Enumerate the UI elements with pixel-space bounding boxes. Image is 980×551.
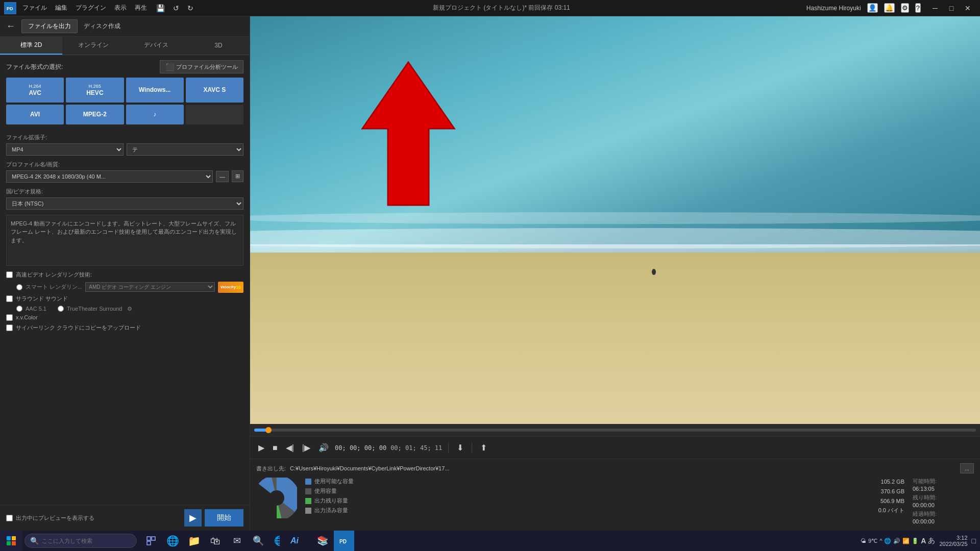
tab-3d[interactable]: 3D [187,37,250,55]
smart-render-row: スマート レンダリン... AMD ビデオ コーディング エンジン Veloci… [16,282,243,293]
menu-play[interactable]: 再生 [135,4,147,12]
scrubber-handle[interactable] [265,427,272,433]
menu-view[interactable]: 表示 [114,4,127,12]
screenshot-button[interactable]: ⬇ [455,441,465,455]
language-icon[interactable]: A [921,537,926,545]
surround-settings-icon[interactable]: ⚙ [127,306,132,312]
format-buttons-row1: H.264AVC H.265HEVC Windows... XAVC S [6,78,243,103]
books-icon[interactable]: 📚 [312,531,333,551]
expand-tray-icon[interactable]: ^ [879,538,882,544]
undo-button[interactable]: ↺ [170,3,182,13]
close-button[interactable]: ✕ [960,0,976,16]
smart-render-radio[interactable] [16,284,22,290]
volume-tray-icon[interactable]: 🔊 [893,538,900,544]
edge-browser-icon[interactable]: 🌐 [162,531,183,551]
ai-badge: Ai [280,531,309,551]
menu-plugin[interactable]: プラグイン [76,4,106,12]
start-button[interactable]: 開始 [205,509,243,527]
back-button[interactable]: ← [6,21,15,32]
start-menu-button[interactable] [0,531,22,551]
play-button[interactable]: ▶ [256,441,266,455]
tab-online[interactable]: オンライン [62,37,125,55]
profile-config-btn[interactable]: ⊞ [232,170,243,182]
profile-name-select[interactable]: MPEG-4 2K 2048 x 1080/30p (40 M... [6,170,213,183]
region-select[interactable]: 日本 (NTSC) アメリカ (NTSC) ヨーロッパ (PAL) [6,197,243,210]
wave-2 [250,212,980,224]
velocity-badge: Velocity10 [218,282,243,293]
ime-icon[interactable]: あ [928,536,935,545]
taskbar-search-box[interactable]: 🔍 [24,534,137,548]
profile-tool-button[interactable]: ⬛ プロファイル分析ツール [160,60,243,73]
right-panel: ▶ ■ ◀| |▶ 🔊 00; 00; 00; 00 00; 01; 45; 1… [250,16,980,531]
next-frame-button[interactable]: |▶ [300,441,312,455]
preview-checkbox[interactable] [6,515,13,521]
hw-accel-checkbox[interactable] [6,271,13,278]
profile-edit-btn[interactable]: — [216,171,229,182]
profile-secondary-select[interactable]: テ [127,143,244,156]
notifications-icon[interactable]: 🔔 [884,3,895,13]
network-icon[interactable]: 🌐 [884,538,891,544]
legend-exported: 出力済み容量 0.0 バイト [305,507,904,514]
export-icon-button[interactable]: ▶ [184,509,202,527]
help-icon[interactable]: ? [915,3,921,13]
svg-rect-6 [7,536,11,540]
maximize-button[interactable]: □ [943,0,960,16]
user-name: Hashizume Hiroyuki [806,5,861,12]
wifi-icon[interactable]: 📶 [902,538,910,544]
format-xavc-button[interactable]: XAVC S [186,78,243,103]
format-mpeg-button[interactable]: MPEG-2 [66,105,124,124]
amd-codec-select[interactable]: AMD ビデオ コーディング エンジン [85,282,215,292]
legend-used: 使用容量 370.6 GB [305,487,904,495]
remaining-time-value: 00:00:00 [913,502,974,508]
taskbar-clock[interactable]: 3:12 2022/03/25 [939,535,967,547]
volume-button[interactable]: 🔊 [316,441,331,455]
task-view-button[interactable] [141,531,161,551]
store-icon[interactable]: 🛍 [205,531,226,551]
user-icon[interactable]: 👤 [867,3,878,13]
minimize-button[interactable]: ─ [927,0,943,16]
output-file-button[interactable]: ファイルを出力 [21,19,78,33]
file-explorer-icon[interactable]: 📁 [184,531,204,551]
svg-text:PD: PD [339,539,347,544]
save-button[interactable]: 💾 [153,3,168,13]
stop-button[interactable]: ■ [271,441,280,455]
aac-radio[interactable] [16,306,22,312]
menu-edit[interactable]: 編集 [55,4,67,12]
timeline-scrubber[interactable] [250,424,980,436]
powerdirector-icon[interactable]: PD [334,531,354,551]
file-ext-row: ファイル拡張子: MP4MOVMKV テ [6,134,243,156]
notification-area[interactable]: □ [972,537,976,545]
format-hevc-button[interactable]: H.265HEVC [66,78,124,103]
format-avi-button[interactable]: AVI [6,105,64,124]
cloud-label: サイバーリンク クラウドにコピーをアップロード [16,324,141,332]
scrubber-track[interactable] [254,429,976,432]
surround-checkbox[interactable] [6,295,13,302]
taskbar-app-icons: 🌐 📁 🛍 ✉ 🔍 🌐 🗺 📚 PD [141,531,354,551]
system-tray: 🌤 9℃ ^ 🌐 🔊 📶 🔋 A あ [861,536,935,545]
menu-file[interactable]: ファイル [22,4,47,12]
output-path-more-button[interactable]: ... [960,463,974,473]
settings-icon[interactable]: ⚙ [901,3,909,13]
tab-device[interactable]: デバイス [125,37,187,55]
format-wmv-button[interactable]: Windows... [126,78,184,103]
prev-frame-button[interactable]: ◀| [284,441,296,455]
aac-row: AAC 5.1 TrueTheater Surround ⚙ [16,306,243,312]
tab-standard-2d[interactable]: 標準 2D [0,37,62,55]
format-audio-button[interactable]: ♪ [126,105,184,124]
search2-icon[interactable]: 🔍 [248,531,268,551]
hw-accel-label: 高速ビデオ レンダリング技術: [16,271,92,279]
left-panel: ← ファイルを出力 ディスク作成 標準 2D オンライン デバイス 3D ファイ… [0,16,250,531]
svg-rect-7 [12,536,16,540]
file-ext-select[interactable]: MP4MOVMKV [6,143,124,156]
export-clip-button[interactable]: ⬆ [478,441,489,455]
trutheater-radio[interactable] [58,306,64,312]
mail-icon[interactable]: ✉ [227,531,247,551]
taskbar-search-input[interactable] [42,538,124,544]
preview-label: 出力中にプレビューを表示する [16,514,94,522]
format-avc-button[interactable]: H.264AVC [6,78,64,103]
xvcolor-checkbox[interactable] [6,314,13,321]
region-row: 国/ビデオ規格: 日本 (NTSC) アメリカ (NTSC) ヨーロッパ (PA… [6,188,243,210]
cloud-checkbox[interactable] [6,324,13,331]
format-description: MPEG-4 動画ファイルにエンコードします。高ビットレート、大型フレームサイズ… [6,215,243,266]
redo-button[interactable]: ↻ [184,3,197,13]
